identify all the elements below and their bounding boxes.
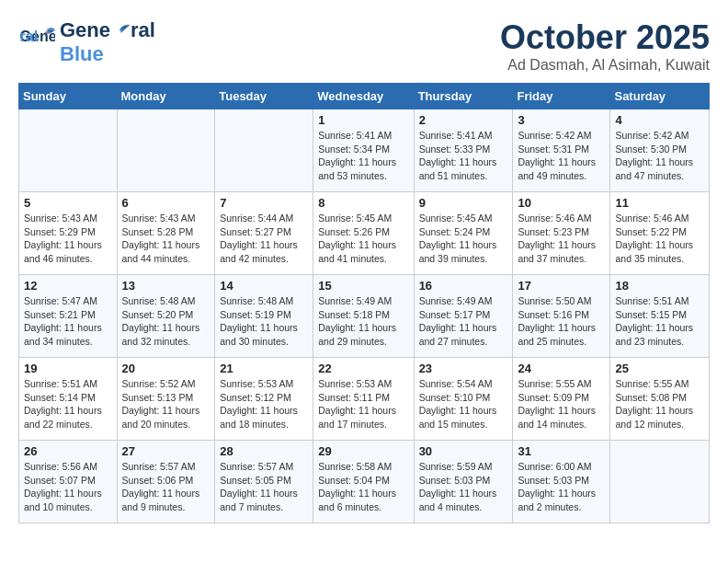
table-row: 9Sunrise: 5:45 AM Sunset: 5:24 PM Daylig… xyxy=(414,192,513,275)
day-number: 23 xyxy=(419,362,508,375)
table-row: 2Sunrise: 5:41 AM Sunset: 5:33 PM Daylig… xyxy=(414,109,513,192)
day-number: 14 xyxy=(220,279,308,293)
day-info: Sunrise: 5:43 AM Sunset: 5:29 PM Dayligh… xyxy=(24,212,112,266)
day-info: Sunrise: 5:43 AM Sunset: 5:28 PM Dayligh… xyxy=(122,212,210,266)
day-info: Sunrise: 5:55 AM Sunset: 5:08 PM Dayligh… xyxy=(615,377,704,431)
page-header: Gene ral Gene ral Blue October 2025 Ad D… xyxy=(18,18,710,74)
logo-ral: ral xyxy=(131,18,155,42)
logo-general: Gene xyxy=(60,18,110,42)
logo: Gene ral Gene ral Blue xyxy=(18,18,155,66)
day-number: 2 xyxy=(419,113,508,127)
day-info: Sunrise: 5:45 AM Sunset: 5:26 PM Dayligh… xyxy=(318,212,408,266)
table-row: 25Sunrise: 5:55 AM Sunset: 5:08 PM Dayli… xyxy=(610,358,710,441)
day-info: Sunrise: 5:44 AM Sunset: 5:27 PM Dayligh… xyxy=(220,212,308,266)
table-row: 24Sunrise: 5:55 AM Sunset: 5:09 PM Dayli… xyxy=(513,358,610,441)
table-row: 4Sunrise: 5:42 AM Sunset: 5:30 PM Daylig… xyxy=(610,109,710,192)
day-number: 13 xyxy=(122,279,210,293)
logo-icon: Gene ral xyxy=(18,24,55,61)
day-number: 21 xyxy=(220,362,308,375)
day-number: 17 xyxy=(518,279,605,293)
col-saturday: Saturday xyxy=(610,84,710,109)
table-row: 21Sunrise: 5:53 AM Sunset: 5:12 PM Dayli… xyxy=(215,358,313,441)
table-row: 29Sunrise: 5:58 AM Sunset: 5:04 PM Dayli… xyxy=(313,441,414,523)
logo-bird-icon xyxy=(110,20,131,40)
table-row: 31Sunrise: 6:00 AM Sunset: 5:03 PM Dayli… xyxy=(513,441,610,523)
table-row: 19Sunrise: 5:51 AM Sunset: 5:14 PM Dayli… xyxy=(19,358,118,441)
day-number: 26 xyxy=(24,444,112,458)
day-number: 9 xyxy=(419,196,508,210)
day-number: 18 xyxy=(615,279,704,293)
table-row: 30Sunrise: 5:59 AM Sunset: 5:03 PM Dayli… xyxy=(414,441,513,523)
day-number: 20 xyxy=(122,362,210,375)
day-info: Sunrise: 5:50 AM Sunset: 5:16 PM Dayligh… xyxy=(518,294,605,349)
calendar-header-row: Sunday Monday Tuesday Wednesday Thursday… xyxy=(19,84,710,109)
table-row: 7Sunrise: 5:44 AM Sunset: 5:27 PM Daylig… xyxy=(215,192,313,275)
calendar-table: Sunday Monday Tuesday Wednesday Thursday… xyxy=(18,83,710,523)
col-thursday: Thursday xyxy=(414,84,513,109)
day-info: Sunrise: 5:49 AM Sunset: 5:17 PM Dayligh… xyxy=(419,294,508,349)
day-number: 6 xyxy=(122,196,210,210)
day-info: Sunrise: 5:55 AM Sunset: 5:09 PM Dayligh… xyxy=(518,377,605,431)
day-info: Sunrise: 5:52 AM Sunset: 5:13 PM Dayligh… xyxy=(122,377,210,431)
day-number: 28 xyxy=(220,444,308,458)
day-number: 22 xyxy=(318,362,408,375)
table-row: 23Sunrise: 5:54 AM Sunset: 5:10 PM Dayli… xyxy=(414,358,513,441)
day-info: Sunrise: 6:00 AM Sunset: 5:03 PM Dayligh… xyxy=(518,460,605,514)
table-row xyxy=(117,109,215,192)
table-row: 11Sunrise: 5:46 AM Sunset: 5:22 PM Dayli… xyxy=(610,192,710,275)
day-number: 19 xyxy=(24,362,112,375)
svg-text:ral: ral xyxy=(20,29,39,44)
table-row xyxy=(19,109,118,192)
day-info: Sunrise: 5:48 AM Sunset: 5:20 PM Dayligh… xyxy=(122,294,210,349)
day-info: Sunrise: 5:46 AM Sunset: 5:22 PM Dayligh… xyxy=(615,212,704,266)
table-row: 15Sunrise: 5:49 AM Sunset: 5:18 PM Dayli… xyxy=(313,275,414,358)
table-row xyxy=(610,441,710,523)
day-number: 8 xyxy=(318,196,408,210)
day-info: Sunrise: 5:54 AM Sunset: 5:10 PM Dayligh… xyxy=(419,377,508,431)
table-row: 17Sunrise: 5:50 AM Sunset: 5:16 PM Dayli… xyxy=(513,275,610,358)
col-monday: Monday xyxy=(117,84,215,109)
col-wednesday: Wednesday xyxy=(313,84,414,109)
calendar-title: October 2025 xyxy=(500,18,710,57)
day-info: Sunrise: 5:45 AM Sunset: 5:24 PM Dayligh… xyxy=(419,212,508,266)
logo-blue: Blue xyxy=(60,42,155,66)
day-number: 10 xyxy=(518,196,605,210)
day-number: 11 xyxy=(615,196,704,210)
day-info: Sunrise: 5:42 AM Sunset: 5:31 PM Dayligh… xyxy=(518,129,605,183)
table-row: 20Sunrise: 5:52 AM Sunset: 5:13 PM Dayli… xyxy=(117,358,215,441)
day-info: Sunrise: 5:58 AM Sunset: 5:04 PM Dayligh… xyxy=(318,460,408,514)
day-info: Sunrise: 5:53 AM Sunset: 5:12 PM Dayligh… xyxy=(220,377,308,431)
table-row: 27Sunrise: 5:57 AM Sunset: 5:06 PM Dayli… xyxy=(117,441,215,523)
day-info: Sunrise: 5:46 AM Sunset: 5:23 PM Dayligh… xyxy=(518,212,605,266)
day-info: Sunrise: 5:41 AM Sunset: 5:33 PM Dayligh… xyxy=(419,129,508,183)
day-number: 31 xyxy=(518,444,605,458)
day-info: Sunrise: 5:53 AM Sunset: 5:11 PM Dayligh… xyxy=(318,377,408,431)
table-row: 1Sunrise: 5:41 AM Sunset: 5:34 PM Daylig… xyxy=(313,109,414,192)
calendar-subtitle: Ad Dasmah, Al Asimah, Kuwait xyxy=(500,57,710,74)
day-number: 3 xyxy=(518,113,605,127)
table-row xyxy=(215,109,313,192)
day-number: 16 xyxy=(419,279,508,293)
day-number: 24 xyxy=(518,362,605,375)
day-info: Sunrise: 5:51 AM Sunset: 5:15 PM Dayligh… xyxy=(615,294,704,349)
table-row: 26Sunrise: 5:56 AM Sunset: 5:07 PM Dayli… xyxy=(19,441,118,523)
table-row: 8Sunrise: 5:45 AM Sunset: 5:26 PM Daylig… xyxy=(313,192,414,275)
day-number: 12 xyxy=(24,279,112,293)
table-row: 6Sunrise: 5:43 AM Sunset: 5:28 PM Daylig… xyxy=(117,192,215,275)
table-row: 12Sunrise: 5:47 AM Sunset: 5:21 PM Dayli… xyxy=(19,275,118,358)
day-number: 1 xyxy=(318,113,408,127)
day-info: Sunrise: 5:41 AM Sunset: 5:34 PM Dayligh… xyxy=(318,129,408,183)
table-row: 14Sunrise: 5:48 AM Sunset: 5:19 PM Dayli… xyxy=(215,275,313,358)
table-row: 3Sunrise: 5:42 AM Sunset: 5:31 PM Daylig… xyxy=(513,109,610,192)
col-sunday: Sunday xyxy=(19,84,118,109)
day-info: Sunrise: 5:47 AM Sunset: 5:21 PM Dayligh… xyxy=(24,294,112,349)
day-number: 15 xyxy=(318,279,408,293)
day-info: Sunrise: 5:49 AM Sunset: 5:18 PM Dayligh… xyxy=(318,294,408,349)
table-row: 10Sunrise: 5:46 AM Sunset: 5:23 PM Dayli… xyxy=(513,192,610,275)
col-friday: Friday xyxy=(513,84,610,109)
day-info: Sunrise: 5:48 AM Sunset: 5:19 PM Dayligh… xyxy=(220,294,308,349)
day-number: 27 xyxy=(122,444,210,458)
calendar-week-row: 5Sunrise: 5:43 AM Sunset: 5:29 PM Daylig… xyxy=(19,192,710,275)
day-number: 7 xyxy=(220,196,308,210)
day-number: 29 xyxy=(318,444,408,458)
